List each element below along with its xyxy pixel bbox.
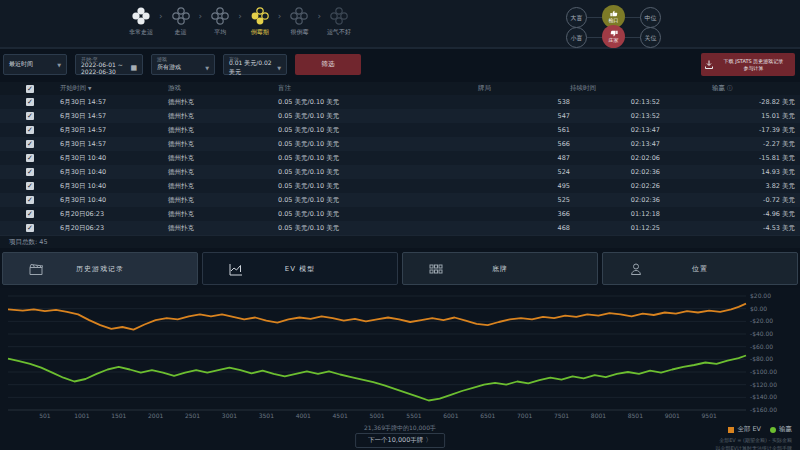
svg-text:7001: 7001 [517,412,532,419]
luck-step-bad-luck[interactable]: 运气不好 [322,7,356,37]
position-big-blind[interactable]: 大盲 [566,7,587,28]
clover-icon-active [251,7,269,25]
table-row[interactable]: ✓6月30日 14:57德州扑克0.05 美元/0.10 美元53802:13:… [0,95,800,109]
luck-step-label: 非常走运 [129,28,153,37]
date-range-label: 开始-至 [81,56,98,62]
row-checkbox[interactable]: ✓ [26,210,34,218]
sort-desc-icon[interactable]: ▼ [88,86,91,91]
svg-text:4001: 4001 [296,412,311,419]
svg-text:5001: 5001 [369,412,384,419]
table-row[interactable]: ✓6月30日 10:40德州扑克0.05 美元/0.10 美元52402:02:… [0,165,800,179]
download-text-line2: 参与计算 [716,65,791,72]
position-cutoff[interactable]: 关位 [640,27,661,48]
clover-icon [330,7,348,25]
legend-winnings: 输赢 [770,425,792,434]
luck-step-average[interactable]: 平均 [203,7,237,37]
row-checkbox[interactable]: ✓ [26,154,34,162]
svg-text:2001: 2001 [148,412,163,419]
row-checkbox[interactable]: ✓ [26,168,34,176]
svg-text:$0.00: $0.00 [750,305,767,312]
svg-text:-$20.00: -$20.00 [750,317,773,324]
position-middle[interactable]: 中位 [640,7,661,28]
row-checkbox[interactable]: ✓ [26,182,34,190]
next-hands-button[interactable]: 下一个10,000手牌 〉 [355,433,445,448]
luck-step-unlucky-current[interactable]: 倒霉期 [243,7,277,37]
calendar-icon: ▦ [130,64,137,72]
svg-text:-$100.00: -$100.00 [750,368,777,375]
col-duration: 持续时间 [570,84,660,93]
svg-text:501: 501 [39,412,51,419]
select-all-checkbox[interactable]: ✓ [26,85,34,93]
row-checkbox[interactable]: ✓ [26,98,34,106]
svg-text:1001: 1001 [74,412,89,419]
svg-text:4501: 4501 [333,412,348,419]
svg-text:-$120.00: -$120.00 [750,381,777,388]
svg-text:2501: 2501 [185,412,200,419]
table-row[interactable]: ✓6月30日 10:40德州扑克0.05 美元/0.10 美元49502:02:… [0,179,800,193]
table-row[interactable]: ✓6月30日 14:57德州扑克0.05 美元/0.10 美元56102:13:… [0,123,800,137]
table-row[interactable]: ✓6月30日 14:57德州扑克0.05 美元/0.10 美元54702:13:… [0,109,800,123]
row-checkbox[interactable]: ✓ [26,112,34,120]
apply-filter-button[interactable]: 筛选 [295,54,361,75]
download-history-button[interactable]: 下载 JSTATS 历史游戏记录 参与计算 [701,53,795,76]
tab-bar: 历史游戏记录 EV 模型 底牌 位置 [2,252,798,285]
tab-position-label: 位置 [603,264,797,274]
thumb-up-icon [610,10,618,17]
blinds-select[interactable]: 盲注 0.01 美元/0.02 美元 ▼ [223,54,287,75]
luck-step-very-lucky[interactable]: 非常走运 [124,7,158,37]
game-select[interactable]: 游戏 所有游戏 ▼ [151,54,215,75]
svg-text:8501: 8501 [628,412,643,419]
col-blinds: 盲注 [278,84,453,93]
col-win: 输赢 [712,84,725,92]
luck-step-label: 平均 [214,28,226,37]
table-row[interactable]: ✓6月30日 14:57德州扑克0.05 美元/0.10 美元56602:13:… [0,137,800,151]
clover-icon [290,7,308,25]
tab-ev-model[interactable]: EV 模型 [202,252,398,285]
chevron-right-icon: › [238,11,242,21]
position-small-blind[interactable]: 小盲 [566,27,587,48]
luck-step-very-unlucky[interactable]: 很倒霉 [282,7,316,37]
svg-text:7501: 7501 [554,412,569,419]
hands-count-text: 21,369手牌中的10,000手 [364,424,436,433]
luck-step-label: 走运 [175,28,187,37]
chevron-right-icon: › [317,11,321,21]
svg-text:9501: 9501 [702,412,717,419]
game-value: 所有游戏 [157,63,181,72]
tab-ev-model-label: EV 模型 [203,264,397,274]
tab-hole-cards[interactable]: 底牌 [402,252,598,285]
luck-step-lucky[interactable]: 走运 [164,7,198,37]
date-range-input[interactable]: 开始-至 2022-06-01 ~ 2022-06-30 ▦ [75,54,143,75]
sessions-table: ✓ 开始时间 ▼ 游戏 盲注 牌局 持续时间 输赢 ⓘ ✓6月30日 14:57… [0,82,800,248]
luck-scale: 非常走运 › 走运 › 平均 › 倒霉期 › 很倒霉 › 运气不好 [124,7,356,37]
svg-text:3501: 3501 [259,412,274,419]
clover-icon [172,7,190,25]
position-button-selected[interactable]: 庄家 [602,25,625,48]
game-label: 游戏 [157,56,167,62]
tab-hole-cards-label: 底牌 [403,264,597,274]
row-checkbox[interactable]: ✓ [26,140,34,148]
table-row[interactable]: ✓6月20日06:23德州扑克0.05 美元/0.10 美元36601:12:1… [0,207,800,221]
thumb-down-icon [610,30,618,37]
chevron-right-icon: › [278,11,282,21]
table-row[interactable]: ✓6月20日06:23德州扑克0.05 美元/0.10 美元46801:12:2… [0,221,800,235]
svg-text:-$140.00: -$140.00 [750,393,777,400]
time-range-select[interactable]: 最近时间 ▼ [3,54,67,75]
chart-fine-print: 全部EV = (期望金额) - 实际金额 以全部EV计算时无法统计全部手牌 [715,437,792,450]
row-checkbox[interactable]: ✓ [26,224,34,232]
table-footer-total: 项目总数: 45 [0,235,800,248]
top-nav-bar: 非常走运 › 走运 › 平均 › 倒霉期 › 很倒霉 › 运气不好 大盲 [0,0,800,49]
chevron-right-icon: › [159,11,163,21]
legend-all-ev: 全部 EV [728,425,761,434]
info-icon[interactable]: ⓘ [727,85,733,92]
tab-position[interactable]: 位置 [602,252,798,285]
ev-line-chart[interactable]: $20.00$0.00-$20.00-$40.00-$60.00-$80.00-… [0,290,800,422]
legend-swatch-winnings [770,427,776,433]
row-checkbox[interactable]: ✓ [26,196,34,204]
tab-history[interactable]: 历史游戏记录 [2,252,198,285]
table-row[interactable]: ✓6月30日 10:40德州扑克0.05 美元/0.10 美元52502:02:… [0,193,800,207]
clover-icon [211,7,229,25]
svg-text:-$40.00: -$40.00 [750,330,773,337]
row-checkbox[interactable]: ✓ [26,126,34,134]
chart-legend: 全部 EV 输赢 [728,425,792,434]
table-row[interactable]: ✓6月30日 10:40德州扑克0.05 美元/0.10 美元48702:02:… [0,151,800,165]
